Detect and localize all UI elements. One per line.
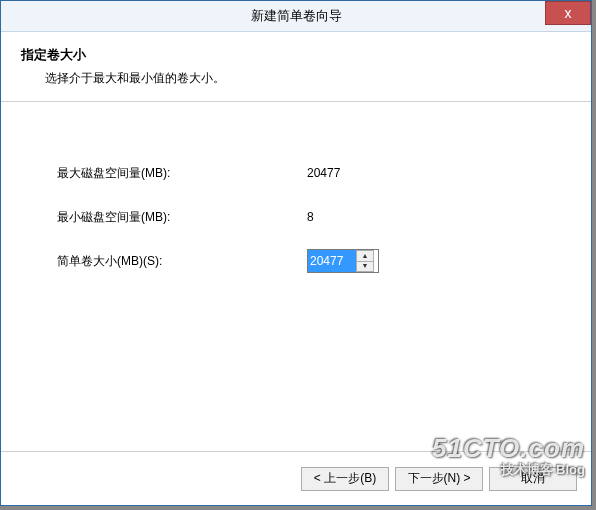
wizard-window: 新建简单卷向导 x 指定卷大小 选择介于最大和最小值的卷大小。 最大磁盘空间量(…	[0, 0, 592, 506]
titlebar: 新建简单卷向导 x	[1, 1, 591, 32]
wizard-footer: < 上一步(B) 下一步(N) > 取消	[1, 451, 591, 505]
chevron-down-icon: ▼	[362, 262, 369, 270]
wizard-body: 最大磁盘空间量(MB): 20477 最小磁盘空间量(MB): 8 简单卷大小(…	[1, 102, 591, 272]
chevron-up-icon: ▲	[362, 252, 369, 260]
min-space-label: 最小磁盘空间量(MB):	[57, 209, 307, 226]
min-space-row: 最小磁盘空间量(MB): 8	[57, 206, 561, 228]
back-button-label: < 上一步(B)	[314, 470, 376, 487]
page-title: 指定卷大小	[21, 46, 571, 64]
page-description: 选择介于最大和最小值的卷大小。	[45, 70, 571, 87]
wizard-header: 指定卷大小 选择介于最大和最小值的卷大小。	[1, 32, 591, 102]
spinner-buttons: ▲ ▼	[356, 250, 374, 272]
max-space-row: 最大磁盘空间量(MB): 20477	[57, 162, 561, 184]
close-button[interactable]: x	[545, 1, 591, 25]
simple-size-label: 简单卷大小(MB)(S):	[57, 253, 307, 270]
next-button-label: 下一步(N) >	[408, 470, 471, 487]
simple-size-input[interactable]	[308, 250, 356, 272]
simple-size-row: 简单卷大小(MB)(S): ▲ ▼	[57, 250, 561, 272]
spin-up-button[interactable]: ▲	[356, 250, 374, 261]
min-space-value: 8	[307, 210, 314, 224]
window-title: 新建简单卷向导	[251, 7, 342, 25]
back-button[interactable]: < 上一步(B)	[301, 467, 389, 491]
cancel-button[interactable]: 取消	[489, 467, 577, 491]
max-space-value: 20477	[307, 166, 340, 180]
close-icon: x	[565, 5, 572, 21]
next-button[interactable]: 下一步(N) >	[395, 467, 483, 491]
spin-down-button[interactable]: ▼	[356, 261, 374, 273]
simple-size-spinner: ▲ ▼	[307, 249, 379, 273]
max-space-label: 最大磁盘空间量(MB):	[57, 165, 307, 182]
cancel-button-label: 取消	[521, 470, 545, 487]
